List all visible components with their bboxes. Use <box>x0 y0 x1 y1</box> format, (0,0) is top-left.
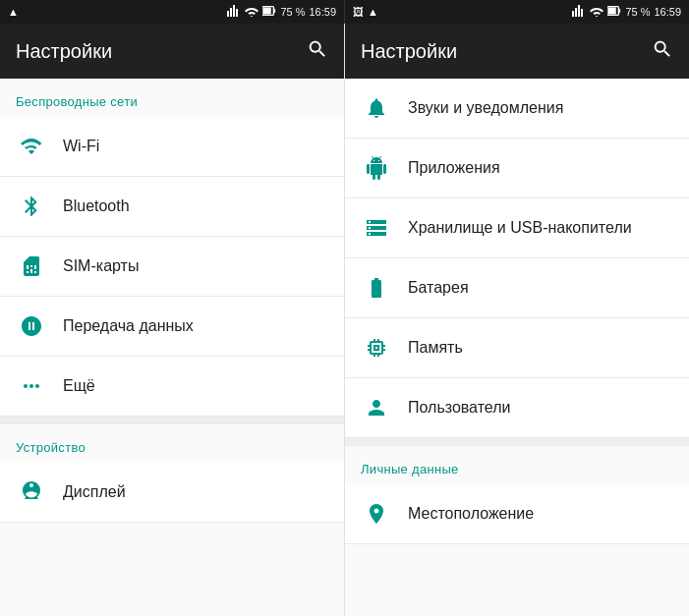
svg-rect-2 <box>274 9 276 13</box>
location-icon <box>361 498 392 530</box>
status-right-info: 75 % 16:59 <box>227 5 336 19</box>
right-app-bar: Настройки <box>345 24 689 79</box>
signal-icon-right <box>572 5 586 19</box>
photo-icon-right: 🖼 <box>353 6 364 18</box>
time-right: 16:59 <box>654 6 681 18</box>
bluetooth-icon <box>16 191 47 222</box>
bluetooth-label: Bluetooth <box>63 197 130 215</box>
location-item[interactable]: Местоположение <box>345 484 689 544</box>
battery-label: Батарея <box>408 279 469 297</box>
wireless-section-header: Беспроводные сети <box>0 79 344 117</box>
display-item[interactable]: Дисплей <box>0 463 344 523</box>
wifi-icon-left <box>245 5 258 19</box>
memory-item[interactable]: Память <box>345 318 689 378</box>
status-right-notification: 🖼 ▲ <box>353 6 378 18</box>
bluetooth-item[interactable]: Bluetooth <box>0 177 344 237</box>
status-bar-right: 🖼 ▲ 75 % 16:59 <box>345 0 689 24</box>
status-left-icons: ▲ <box>8 6 19 18</box>
users-item[interactable]: Пользователи <box>345 378 689 438</box>
storage-item[interactable]: Хранилище и USB-накопители <box>345 198 689 258</box>
memory-icon <box>361 332 392 364</box>
signal-icon-left <box>227 5 241 19</box>
users-icon <box>361 392 392 423</box>
status-bar-left: ▲ 75 % 16:59 <box>0 0 344 24</box>
users-label: Пользователи <box>408 399 510 417</box>
battery-percent-left: 75 % <box>280 6 305 18</box>
status-right-icons: 75 % 16:59 <box>572 5 681 19</box>
battery-icon-left <box>262 5 276 19</box>
memory-label: Память <box>408 339 463 357</box>
battery-icon-right <box>607 5 621 19</box>
status-bar: ▲ 75 % 16:59 🖼 ▲ <box>0 0 689 24</box>
display-label: Дисплей <box>63 483 126 501</box>
more-icon <box>16 370 47 402</box>
data-item[interactable]: Передача данных <box>0 297 344 357</box>
left-app-bar: Настройки <box>0 24 344 79</box>
device-section-header: Устройство <box>0 424 344 463</box>
wifi-icon-right <box>590 5 603 19</box>
left-settings-list: Беспроводные сети Wi-Fi Bluetooth SIM-ка… <box>0 79 344 616</box>
display-icon <box>16 476 47 508</box>
wifi-icon <box>16 131 47 162</box>
svg-rect-4 <box>608 8 616 15</box>
left-panel: Настройки Беспроводные сети Wi-Fi Blueto… <box>0 24 345 616</box>
section-divider-right <box>345 438 689 446</box>
svg-rect-1 <box>263 8 271 15</box>
android-icon <box>361 152 392 184</box>
right-search-button[interactable] <box>652 38 673 65</box>
wifi-label: Wi-Fi <box>63 138 99 155</box>
right-panel: Настройки Звуки и уведомления Приложения <box>345 24 689 616</box>
sounds-item[interactable]: Звуки и уведомления <box>345 79 689 139</box>
sim-label: SIM-карты <box>63 257 139 275</box>
personal-section-header: Личные данные <box>345 446 689 484</box>
sim-item[interactable]: SIM-карты <box>0 237 344 297</box>
data-label: Передача данных <box>63 317 194 335</box>
wifi-item[interactable]: Wi-Fi <box>0 117 344 177</box>
section-divider-left <box>0 417 344 424</box>
warning-icon-right: ▲ <box>368 6 378 18</box>
apps-item[interactable]: Приложения <box>345 139 689 198</box>
right-panel-title: Настройки <box>361 40 457 63</box>
time-left: 16:59 <box>309 6 336 18</box>
svg-rect-5 <box>619 9 621 13</box>
left-panel-title: Настройки <box>16 40 112 63</box>
battery-icon <box>361 272 392 304</box>
storage-label: Хранилище и USB-накопители <box>408 219 632 237</box>
battery-percent-right: 75 % <box>625 6 650 18</box>
more-item[interactable]: Ещё <box>0 357 344 417</box>
warning-icon: ▲ <box>8 6 19 18</box>
main-content: Настройки Беспроводные сети Wi-Fi Blueto… <box>0 24 689 616</box>
bell-icon <box>361 92 392 124</box>
sounds-label: Звуки и уведомления <box>408 99 563 117</box>
storage-icon <box>361 212 392 244</box>
apps-label: Приложения <box>408 159 500 177</box>
location-label: Местоположение <box>408 505 534 523</box>
data-transfer-icon <box>16 310 47 342</box>
more-label: Ещё <box>63 377 95 395</box>
sim-icon <box>16 251 47 282</box>
right-settings-list: Звуки и уведомления Приложения Хранилище… <box>345 79 689 616</box>
battery-item[interactable]: Батарея <box>345 258 689 318</box>
left-search-button[interactable] <box>307 38 328 65</box>
